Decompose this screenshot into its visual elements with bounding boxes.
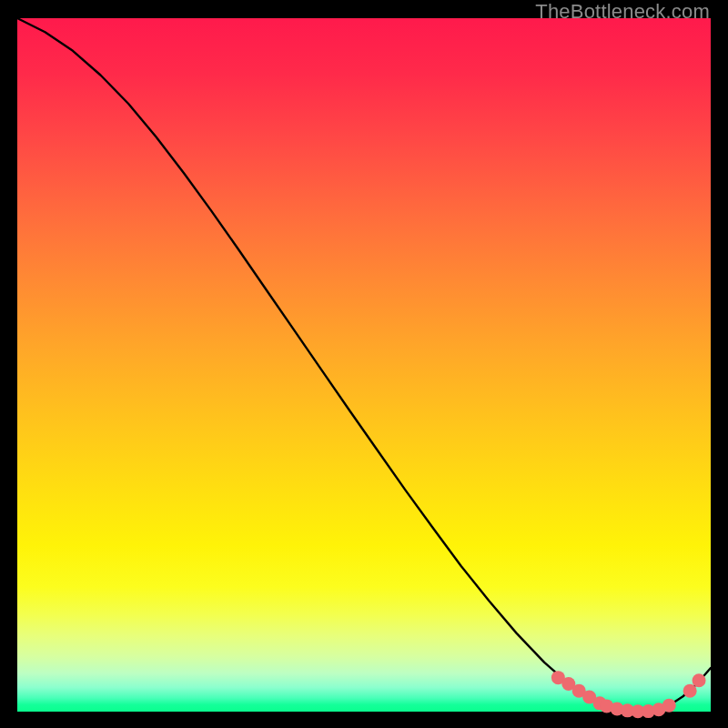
plot-area (17, 18, 711, 712)
curve-line (17, 18, 711, 712)
highlight-dot (662, 699, 676, 713)
highlight-dot (693, 673, 706, 687)
marker-group (551, 671, 706, 718)
watermark-text: TheBottleneck.com (535, 0, 710, 24)
highlight-dot (683, 684, 697, 698)
chart-svg (17, 18, 711, 712)
chart-frame: TheBottleneck.com (0, 0, 728, 728)
